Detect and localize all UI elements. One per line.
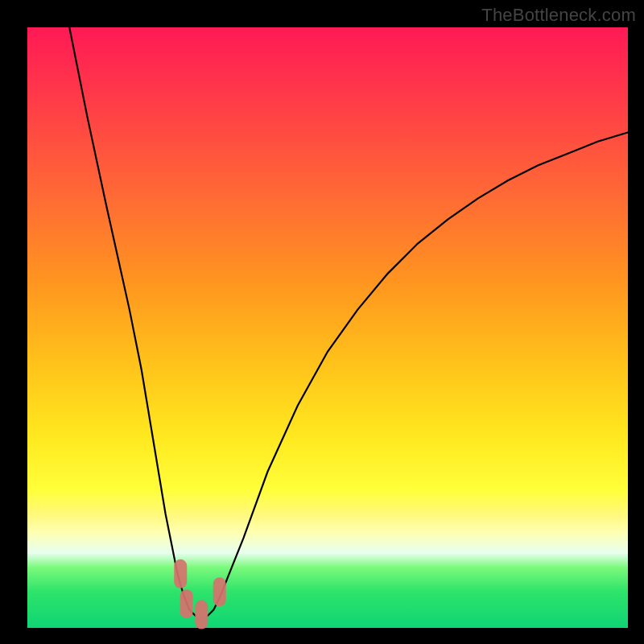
watermark-text: TheBottleneck.com: [481, 5, 636, 26]
chart-plot-area: [27, 27, 628, 628]
curve-right-branch: [208, 133, 628, 617]
chart-svg: [27, 27, 628, 628]
curve-left-branch: [69, 27, 196, 616]
valley-markers: [180, 566, 219, 623]
